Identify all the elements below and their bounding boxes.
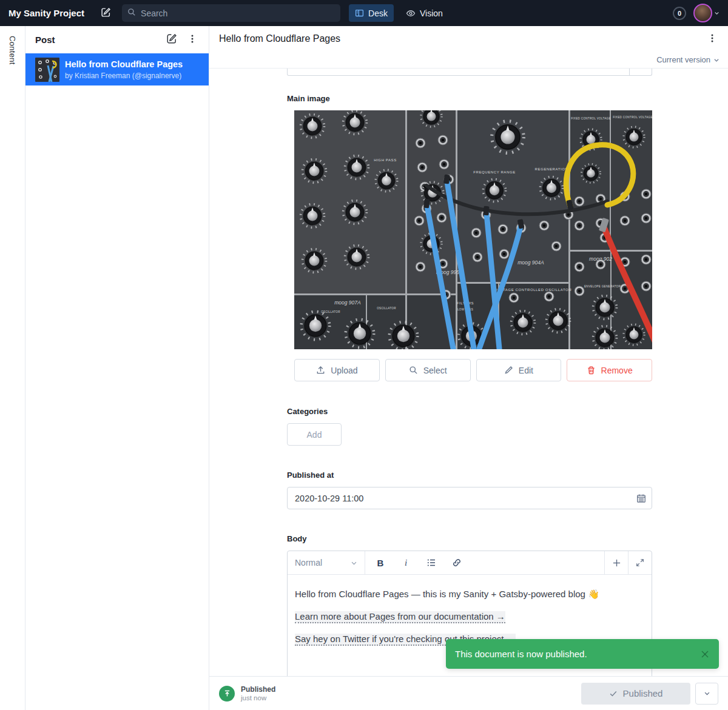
photo-label-moog-907a: moog 907A xyxy=(334,300,361,306)
tab-vision[interactable]: Vision xyxy=(400,4,449,22)
close-icon xyxy=(700,649,710,659)
version-selector[interactable]: Current version xyxy=(209,52,728,69)
document-form: Main image xyxy=(209,69,728,676)
remove-button[interactable]: Remove xyxy=(567,359,652,381)
expand-icon xyxy=(636,558,644,567)
sidebar-tab-content[interactable]: Content xyxy=(0,26,25,710)
upload-button-label: Upload xyxy=(331,366,357,375)
main-image-label: Main image xyxy=(287,94,652,103)
photo-label-oscillator-2: OSCILLATOR xyxy=(377,307,396,310)
body-paragraph: Hello from Cloudflare Pages — this is my… xyxy=(295,588,644,601)
chevron-down-icon xyxy=(704,690,710,697)
italic-button[interactable]: i xyxy=(397,554,415,572)
dots-vertical-icon xyxy=(187,34,197,45)
list-pane-title: Post xyxy=(35,35,160,45)
link-button[interactable] xyxy=(448,554,466,572)
list-item-subtitle: by Kristian Freeman (@signalnerve) xyxy=(65,72,183,80)
publish-status-chip: Published just now xyxy=(219,685,275,702)
body-link-docs: Learn more about Pages from our document… xyxy=(295,611,505,623)
new-document-button[interactable] xyxy=(96,4,115,22)
toast-message: This document is now published. xyxy=(455,649,587,659)
presence-count-badge[interactable]: 0 xyxy=(673,7,686,20)
tab-desk[interactable]: Desk xyxy=(349,4,394,22)
publish-toast: This document is now published. xyxy=(446,639,719,669)
edit-button-label: Edit xyxy=(519,366,533,375)
desk-icon xyxy=(355,8,364,18)
compose-icon xyxy=(101,7,111,19)
bullet-list-icon xyxy=(426,558,436,568)
create-post-button[interactable] xyxy=(163,31,181,49)
clipped-field-input[interactable] xyxy=(287,69,652,76)
pencil-icon xyxy=(504,366,513,375)
link-icon xyxy=(452,558,462,568)
publish-button[interactable]: Published xyxy=(581,683,690,705)
list-item-post[interactable]: Hello from Cloudflare Pages by Kristian … xyxy=(25,53,209,85)
photo-label-vco: VOLTAGE CONTROLLED OSCILLATOR xyxy=(495,288,572,292)
photo-label-high-pass: HIGH PASS xyxy=(374,158,397,162)
bullet-list-button[interactable] xyxy=(422,554,440,572)
list-item-text: Hello from Cloudflare Pages by Kristian … xyxy=(65,59,183,79)
photo-label-fixed-cv-1: FIXED CONTROL VOLTAGE xyxy=(571,117,611,120)
post-thumbnail xyxy=(35,58,59,82)
main-area: Content Post xyxy=(0,26,728,710)
search-icon xyxy=(127,8,136,19)
sanity-studio: My Sanity Project Desk Vision 0 xyxy=(0,0,728,710)
bold-button[interactable]: B xyxy=(371,554,389,572)
fullscreen-button[interactable] xyxy=(628,551,652,574)
main-image-preview[interactable]: HIGH PASS FREQUENCY RANGE REGENERATION F… xyxy=(294,110,652,349)
document-menu-button[interactable] xyxy=(703,29,722,49)
synth-photo: HIGH PASS FREQUENCY RANGE REGENERATION F… xyxy=(294,110,652,349)
search-input[interactable] xyxy=(141,8,335,18)
document-title: Hello from Cloudflare Pages xyxy=(219,33,703,44)
plus-icon xyxy=(612,558,621,568)
categories-label: Categories xyxy=(287,407,652,416)
photo-label-fixed-cv-2: FIXED CONTROL VOLTAGE xyxy=(613,116,652,119)
photo-label-moog-904a: moog 904A xyxy=(517,260,544,266)
list-item-title: Hello from Cloudflare Pages xyxy=(65,59,183,70)
insert-block-button[interactable] xyxy=(604,551,628,574)
document-header: Hello from Cloudflare Pages xyxy=(209,26,728,52)
check-icon xyxy=(609,689,618,698)
add-category-button[interactable]: Add xyxy=(287,423,342,446)
eye-icon xyxy=(406,8,416,18)
footer-actions: Published xyxy=(581,683,718,705)
list-pane-header: Post xyxy=(25,26,209,53)
text-style-select[interactable]: Normal xyxy=(288,551,365,574)
publish-button-label: Published xyxy=(623,688,663,698)
compose-icon xyxy=(166,33,177,46)
edit-button[interactable]: Edit xyxy=(476,359,562,381)
select-button-label: Select xyxy=(423,366,447,375)
document-pane: Hello from Cloudflare Pages Current vers… xyxy=(209,26,728,710)
document-footer: Published just now Published xyxy=(209,676,728,710)
version-label: Current version xyxy=(656,55,710,64)
photo-label-envelope-generator: ENVELOPE GENERATOR xyxy=(584,285,621,288)
list-pane-menu-button[interactable] xyxy=(183,31,201,49)
format-buttons: B i xyxy=(365,551,604,574)
content-rail-label: Content xyxy=(8,36,17,710)
avatar xyxy=(693,4,712,22)
upload-button[interactable]: Upload xyxy=(294,359,380,381)
publish-status-text: Published just now xyxy=(241,685,275,702)
publish-status-time: just now xyxy=(241,694,275,702)
trash-icon xyxy=(587,366,596,375)
search-bar[interactable] xyxy=(122,4,340,22)
search-icon xyxy=(409,366,418,375)
body-label: Body xyxy=(287,534,652,543)
navbar-right: 0 xyxy=(673,4,720,22)
calendar-icon[interactable] xyxy=(636,494,646,503)
published-at-field xyxy=(287,487,652,509)
select-button[interactable]: Select xyxy=(385,359,471,381)
publish-status-title: Published xyxy=(241,685,275,694)
user-menu-button[interactable] xyxy=(693,4,720,22)
published-at-input[interactable] xyxy=(287,487,652,509)
tab-desk-label: Desk xyxy=(368,8,388,18)
project-title: My Sanity Project xyxy=(8,8,84,18)
photo-label-regeneration: REGENERATION xyxy=(535,167,568,171)
published-icon xyxy=(219,686,235,702)
top-navbar: My Sanity Project Desk Vision 0 xyxy=(0,0,728,26)
toast-close-button[interactable] xyxy=(700,649,710,659)
text-style-value: Normal xyxy=(295,558,322,568)
publish-menu-button[interactable] xyxy=(695,683,718,705)
dots-vertical-icon xyxy=(707,33,717,45)
chevron-down-icon xyxy=(714,8,720,18)
